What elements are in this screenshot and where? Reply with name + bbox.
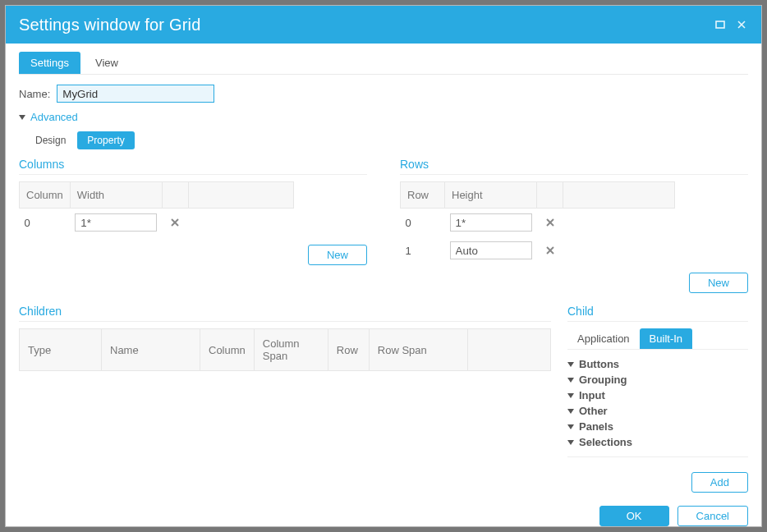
row-height-input[interactable] <box>450 241 532 259</box>
new-row-button[interactable]: New <box>689 273 748 293</box>
subtab-design[interactable]: Design <box>25 131 76 149</box>
column-index: 0 <box>20 209 71 237</box>
new-column-button[interactable]: New <box>308 245 367 265</box>
children-section: Children Type Name Column Column Span Ro… <box>19 305 551 493</box>
tree-item-other[interactable]: Other <box>567 403 748 419</box>
name-row: Name: <box>19 85 748 103</box>
ok-button[interactable]: OK <box>599 506 669 526</box>
children-header-type: Type <box>20 329 102 371</box>
subtabs: Design Property <box>25 131 748 149</box>
tab-view[interactable]: View <box>84 52 130 74</box>
titlebar: Settings window for Grid <box>6 6 761 44</box>
rows-row: 1 <box>401 236 675 264</box>
add-child-button[interactable]: Add <box>691 472 748 493</box>
advanced-label: Advanced <box>30 111 78 123</box>
chevron-down-icon <box>567 378 574 383</box>
chevron-down-icon <box>567 424 574 429</box>
subtab-property[interactable]: Property <box>77 131 134 149</box>
tree-item-buttons[interactable]: Buttons <box>567 356 748 372</box>
tree-item-selections[interactable]: Selections <box>567 434 748 450</box>
settings-window: Settings window for Grid Settings View N… <box>5 5 762 527</box>
tree-item-panels[interactable]: Panels <box>567 419 748 434</box>
chevron-down-icon <box>567 409 574 414</box>
delete-row-button[interactable] <box>542 242 558 259</box>
delete-row-button[interactable] <box>542 214 558 231</box>
chevron-down-icon <box>19 115 25 120</box>
svg-rect-0 <box>716 21 724 28</box>
dialog-footer: OK Cancel <box>19 493 748 526</box>
cancel-button[interactable]: Cancel <box>677 506 748 526</box>
tab-settings[interactable]: Settings <box>19 52 80 74</box>
maximize-icon[interactable] <box>714 18 727 31</box>
tree-item-input[interactable]: Input <box>567 388 748 403</box>
name-label: Name: <box>19 88 50 100</box>
main-tabs: Settings View <box>19 52 748 75</box>
chevron-down-icon <box>567 393 574 398</box>
row-index: 1 <box>401 236 445 264</box>
row-index: 0 <box>401 209 445 237</box>
columns-header-blank1 <box>162 182 188 209</box>
columns-title: Columns <box>19 158 367 175</box>
child-section: Child Application Built-In Buttons Group… <box>567 305 748 493</box>
columns-table: Column Width 0 <box>19 181 294 236</box>
columns-header-width: Width <box>70 182 162 209</box>
child-tree: Buttons Grouping Input Other Panels Sele… <box>567 355 748 452</box>
columns-header-col: Column <box>20 182 71 209</box>
content-area: Settings View Name: Advanced Design Prop… <box>6 44 761 526</box>
children-header-row: Row <box>328 329 369 371</box>
children-header-rowspan: Row Span <box>369 329 467 371</box>
child-tabs: Application Built-In <box>567 328 748 350</box>
column-width-input[interactable] <box>75 213 157 232</box>
children-header-name: Name <box>102 329 200 371</box>
rows-header-row: Row <box>401 182 445 209</box>
advanced-toggle[interactable]: Advanced <box>19 111 748 123</box>
row-height-input[interactable] <box>450 213 532 232</box>
chevron-down-icon <box>567 440 574 445</box>
children-table: Type Name Column Column Span Row Row Spa… <box>19 328 551 371</box>
rows-header-height: Height <box>445 182 537 209</box>
columns-header-blank2 <box>188 182 293 209</box>
rows-section: Rows Row Height 0 <box>400 158 748 293</box>
children-header-blank <box>467 329 550 371</box>
rows-header-blank2 <box>563 182 675 209</box>
rows-table: Row Height 0 <box>400 181 675 264</box>
rows-header-blank1 <box>537 182 563 209</box>
child-tab-application[interactable]: Application <box>567 328 640 349</box>
window-title: Settings window for Grid <box>19 16 201 34</box>
tree-item-grouping[interactable]: Grouping <box>567 372 748 388</box>
columns-row: 0 <box>20 209 294 237</box>
child-title: Child <box>567 305 748 322</box>
children-header-colspan: Column Span <box>254 329 328 371</box>
rows-title: Rows <box>400 158 748 175</box>
children-title: Children <box>19 305 551 322</box>
close-icon[interactable] <box>735 18 748 31</box>
name-input[interactable] <box>57 85 214 103</box>
children-header-column: Column <box>200 329 255 371</box>
columns-section: Columns Column Width 0 <box>19 158 367 293</box>
child-tab-builtin[interactable]: Built-In <box>640 328 692 349</box>
chevron-down-icon <box>567 362 574 367</box>
rows-row: 0 <box>401 209 675 237</box>
delete-column-button[interactable] <box>167 214 183 231</box>
